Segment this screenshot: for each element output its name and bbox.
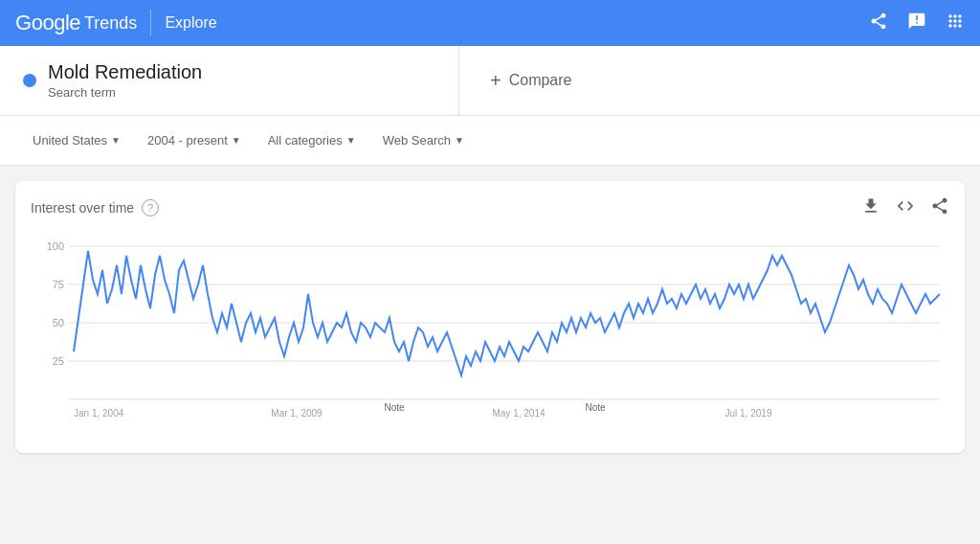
explore-label: Explore: [165, 14, 216, 32]
search-type-label: Web Search: [383, 133, 451, 147]
time-range-label: 2004 - present: [147, 133, 228, 147]
category-filter[interactable]: All categories ▼: [258, 127, 366, 153]
chart-title: Interest over time: [31, 200, 134, 215]
region-label: United States: [33, 133, 107, 147]
time-range-caret-icon: ▼: [232, 135, 241, 146]
embed-icon[interactable]: [896, 196, 915, 219]
chart-header: Interest over time ?: [31, 196, 949, 219]
filters-bar: United States ▼ 2004 - present ▼ All cat…: [0, 116, 980, 166]
header-divider: [150, 10, 151, 36]
svg-text:25: 25: [53, 355, 64, 367]
question-mark: ?: [147, 202, 153, 214]
google-wordmark: Google: [15, 11, 80, 35]
trends-wordmark: Trends: [84, 13, 137, 34]
term-dot: [23, 74, 36, 87]
chart-title-area: Interest over time ?: [31, 199, 159, 216]
chart-section: Interest over time ?: [15, 181, 965, 453]
search-term-area: Mold Remediation Search term: [0, 46, 459, 115]
feedback-icon[interactable]: [907, 11, 926, 35]
compare-label: Compare: [509, 72, 572, 89]
trend-chart: 100 75 50 25 Jan 1, 2004 Mar 1, 2009 May…: [31, 227, 949, 438]
region-caret-icon: ▼: [111, 135, 121, 146]
search-type-caret-icon: ▼: [455, 135, 464, 146]
download-icon[interactable]: [861, 196, 880, 219]
search-term-name: Mold Remediation: [48, 61, 202, 83]
category-label: All categories: [268, 133, 343, 147]
search-type-filter[interactable]: Web Search ▼: [373, 127, 474, 153]
chart-container: 100 75 50 25 Jan 1, 2004 Mar 1, 2009 May…: [31, 227, 949, 438]
header: Google Trends Explore: [0, 0, 980, 46]
logo: Google Trends: [15, 11, 137, 35]
share-icon[interactable]: [869, 11, 888, 35]
svg-text:Note: Note: [384, 402, 405, 413]
svg-text:75: 75: [53, 279, 64, 290]
svg-text:Note: Note: [585, 402, 606, 413]
svg-text:100: 100: [47, 240, 64, 252]
svg-text:May 1, 2014: May 1, 2014: [492, 408, 545, 419]
chart-actions: [861, 196, 949, 219]
svg-text:Mar 1, 2009: Mar 1, 2009: [271, 408, 323, 419]
category-caret-icon: ▼: [346, 135, 356, 146]
svg-text:50: 50: [53, 317, 64, 329]
svg-text:Jan 1, 2004: Jan 1, 2004: [74, 408, 124, 419]
help-icon[interactable]: ?: [142, 199, 159, 216]
search-term-info: Mold Remediation Search term: [48, 61, 202, 100]
search-term-type: Search term: [48, 85, 202, 100]
chart-share-icon[interactable]: [930, 196, 949, 219]
search-section: Mold Remediation Search term + Compare: [0, 46, 980, 116]
compare-area[interactable]: + Compare: [459, 46, 603, 115]
apps-icon[interactable]: [946, 11, 965, 35]
time-range-filter[interactable]: 2004 - present ▼: [138, 127, 251, 153]
region-filter[interactable]: United States ▼: [23, 127, 130, 153]
svg-text:Jul 1, 2019: Jul 1, 2019: [725, 408, 772, 419]
header-icons: [869, 11, 965, 35]
compare-plus-icon: +: [490, 70, 501, 92]
